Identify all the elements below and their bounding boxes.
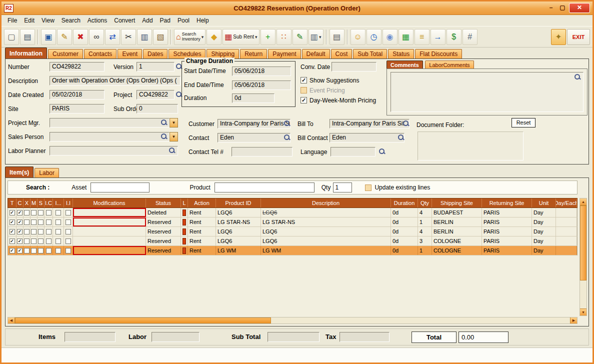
- table-row-selected[interactable]: ✓✓ Reserved Rent LG WM LG WM 0d 1 COLOGN…: [8, 246, 578, 256]
- col-header-x[interactable]: X: [24, 198, 30, 208]
- menu-convert[interactable]: Convert: [110, 16, 138, 25]
- row-checkbox[interactable]: [24, 218, 30, 226]
- scroll-up-icon[interactable]: ▲: [580, 198, 586, 206]
- tab-default[interactable]: Default: [302, 49, 330, 58]
- row-checkbox[interactable]: [44, 246, 53, 255]
- row-checkbox[interactable]: [38, 227, 44, 236]
- tab-contacts[interactable]: Contacts: [84, 49, 116, 58]
- menu-add[interactable]: Add: [138, 16, 156, 25]
- tab-dates[interactable]: Dates: [143, 49, 168, 58]
- version-field[interactable]: 1: [136, 62, 174, 72]
- table-row[interactable]: ✓✓ Reserved Rent LG STAR-NS LG STAR-NS 0…: [8, 218, 578, 227]
- duration-field[interactable]: 0d: [232, 94, 274, 103]
- row-checkbox[interactable]: [53, 227, 64, 236]
- col-header-day-each[interactable]: Day/Each: [556, 198, 577, 208]
- table-row[interactable]: ✓✓ Deleted Rent LGQ6 LGQ6 0d 4 BUDAPEST …: [8, 208, 578, 218]
- tab-event[interactable]: Event: [118, 49, 142, 58]
- delete-button[interactable]: ✖: [73, 29, 88, 45]
- row-checkbox[interactable]: ✓: [16, 208, 24, 217]
- menu-actions[interactable]: Actions: [84, 16, 110, 25]
- dropdown-arrow-icon[interactable]: ▾: [202, 34, 204, 40]
- row-checkbox[interactable]: ✓: [8, 236, 16, 246]
- row-checkbox[interactable]: [38, 208, 44, 217]
- row-checkbox[interactable]: [24, 208, 30, 217]
- dropdown-arrow-icon[interactable]: ▾: [255, 34, 258, 40]
- search-icon[interactable]: [378, 148, 386, 155]
- copy-button[interactable]: ▥: [137, 29, 152, 45]
- update-existing-lines-checkbox[interactable]: [365, 184, 372, 191]
- row-checkbox[interactable]: [38, 218, 44, 226]
- sales-person-dropdown[interactable]: ▼: [170, 132, 178, 142]
- row-checkboxes[interactable]: ✓✓: [8, 218, 73, 226]
- sub-rent-button[interactable]: ▦ Sub Rent ▾: [222, 29, 259, 45]
- horizontal-scroll-thumb[interactable]: [15, 318, 271, 324]
- tab-labor[interactable]: Labor: [34, 168, 59, 178]
- event-pricing-checkbox[interactable]: [300, 87, 307, 94]
- row-checkbox[interactable]: [44, 236, 53, 246]
- col-header-t[interactable]: T: [8, 198, 16, 208]
- modifications-cell[interactable]: [73, 227, 146, 236]
- col-header-ii[interactable]: I.I: [64, 198, 73, 208]
- network-button[interactable]: #: [462, 29, 478, 45]
- show-suggestions-checkbox[interactable]: ✓: [300, 77, 307, 84]
- scroll-right-icon[interactable]: ▶: [570, 318, 577, 324]
- row-checkboxes[interactable]: ✓✓: [8, 236, 73, 246]
- search-icon[interactable]: [160, 119, 168, 126]
- key-button[interactable]: ✦: [551, 29, 566, 45]
- col-header-ic[interactable]: I.C: [44, 198, 53, 208]
- tab-sub-total[interactable]: Sub Total: [353, 49, 387, 58]
- row-checkbox[interactable]: [53, 208, 64, 217]
- col-header-shipping-site[interactable]: Shipping Site: [432, 198, 482, 208]
- sales-person-field[interactable]: [50, 132, 170, 142]
- menu-pad[interactable]: Pad: [156, 16, 174, 25]
- conv-date-field[interactable]: [332, 62, 376, 72]
- row-checkbox[interactable]: [30, 236, 38, 246]
- row-checkboxes[interactable]: ✓✓: [8, 227, 73, 236]
- document-folder-box[interactable]: [418, 132, 524, 160]
- convert-button[interactable]: ⇄: [105, 29, 120, 45]
- product-input[interactable]: [214, 182, 314, 192]
- modifications-cell[interactable]: [73, 236, 146, 246]
- cut-button[interactable]: ✂: [121, 29, 136, 45]
- group-items-button[interactable]: ∷: [276, 29, 292, 45]
- row-checkbox[interactable]: ✓: [8, 218, 16, 226]
- table-row[interactable]: ✓✓ Reserved Rent LGQ6 LGQ6 0d 3 COLOGNE …: [8, 236, 578, 246]
- save-button[interactable]: ▣: [41, 29, 56, 45]
- title-bar[interactable]: R2 CO429822 Reservation (Operation Order…: [2, 2, 592, 15]
- clock-button[interactable]: ◷: [366, 29, 382, 45]
- search-icon[interactable]: [284, 134, 290, 141]
- col-header-l[interactable]: L: [181, 198, 188, 208]
- sub-orders-field[interactable]: 0: [136, 104, 178, 114]
- row-checkbox[interactable]: [53, 218, 64, 226]
- menu-file[interactable]: File: [4, 16, 20, 25]
- bill-to-field[interactable]: Intra-Company for Paris Sit: [330, 119, 410, 128]
- modifications-cell[interactable]: [73, 208, 146, 217]
- tab-return[interactable]: Return: [240, 49, 267, 58]
- row-checkbox[interactable]: ✓: [16, 246, 24, 255]
- row-checkbox[interactable]: [64, 208, 73, 217]
- vertical-scroll-thumb[interactable]: [580, 206, 586, 280]
- close-button[interactable]: ✕: [569, 3, 590, 13]
- menu-view[interactable]: View: [38, 16, 58, 25]
- search-icon[interactable]: [284, 120, 290, 127]
- col-header-modifications[interactable]: Modifications: [73, 198, 146, 208]
- row-checkbox[interactable]: [38, 236, 44, 246]
- search-inventory-button[interactable]: ⌂ SearchInventory ▾: [174, 29, 206, 45]
- row-checkbox[interactable]: [30, 227, 38, 236]
- number-field[interactable]: CO429822: [50, 62, 104, 72]
- row-checkbox[interactable]: [24, 227, 30, 236]
- horizontal-scrollbar[interactable]: ◀ ▶: [8, 317, 578, 324]
- asset-input[interactable]: [90, 182, 150, 192]
- date-created-field[interactable]: 05/02/2018: [50, 90, 104, 100]
- vertical-scrollbar[interactable]: ▲ ▼: [580, 198, 587, 316]
- search-icon[interactable]: [168, 147, 176, 154]
- row-checkbox[interactable]: ✓: [8, 227, 16, 236]
- row-checkbox[interactable]: ✓: [8, 208, 16, 217]
- project-field[interactable]: CO429822: [136, 90, 174, 100]
- row-checkbox[interactable]: [30, 218, 38, 226]
- row-checkbox[interactable]: ✓: [16, 227, 24, 236]
- col-header-duration[interactable]: Duration: [391, 198, 418, 208]
- row-checkbox[interactable]: [24, 246, 30, 255]
- edit-button[interactable]: ✎: [57, 29, 72, 45]
- tab-information[interactable]: Information: [5, 48, 47, 58]
